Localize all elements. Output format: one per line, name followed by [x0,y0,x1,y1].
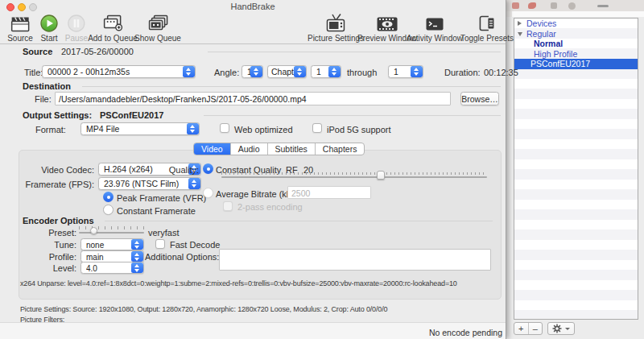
quality-slider-thumb[interactable] [377,171,385,180]
toolbar-label: Add to Queue [88,34,138,43]
picture-settings-button[interactable]: Picture Settings [308,13,364,43]
quality-slider-track[interactable] [221,176,487,178]
window-title: HandBrake [0,2,506,11]
browse-button[interactable]: Browse… [460,92,499,105]
preset-item-devices[interactable]: Devices [514,19,638,29]
quality-slider-ticks [221,172,487,175]
preset-item-label: PSConfEU2017 [530,59,590,68]
preset-add-remove-buttons: + – [514,322,543,335]
additional-options-input[interactable] [219,249,491,271]
presets-drawer: DevicesRegularNormalHigh ProfilePSConfEU… [506,17,644,339]
toggle-presets-button[interactable]: Toggle Presets [460,13,514,43]
add-to-queue-button[interactable]: Add to Queue [88,13,138,43]
source-button[interactable]: Source [7,13,33,43]
clapperboard-icon [7,13,33,33]
constant-framerate-label: Constant Framerate [117,206,196,216]
activity-window-button[interactable]: Activity Window [407,13,463,43]
chapter-end-value: 1 [394,67,411,77]
stepper-icon [131,263,143,273]
preset-slider-track[interactable] [79,232,144,234]
peak-framerate-label: Peak Framerate (VFR) [117,193,206,203]
preset-item-psconfeu2017[interactable]: PSConfEU2017 [514,59,638,69]
constant-quality-radio[interactable] [203,163,213,174]
add-to-queue-icon [88,13,138,33]
status-bar: No encode pending [0,322,506,339]
level-select[interactable]: 4.0 [80,262,144,274]
stepper-icon [131,239,143,250]
fast-decode-checkbox[interactable] [155,239,165,249]
tune-select[interactable]: none [80,238,144,250]
preset-item-regular[interactable]: Regular [514,29,638,39]
bitrate-value: 2500 [291,188,310,198]
stepper-icon [188,178,200,189]
tab-video[interactable]: Video [194,143,231,155]
web-optimized-checkbox[interactable] [220,123,229,133]
stepper-icon [411,66,423,77]
pause-button: Pause [65,13,88,43]
additional-options-label: Additional Options: [145,252,216,262]
stepper-icon [131,251,143,262]
chevron-down-icon [565,328,570,330]
x264-unparse-text: x264 Unparse: level=4.0:ref=1:8x8dct=0:w… [20,279,457,287]
encode-status-text: No encode pending [429,328,502,337]
level-label: Level: [16,263,76,273]
profile-select[interactable]: main [80,250,144,263]
show-queue-button[interactable]: Show Queue [134,13,181,43]
peak-framerate-radio[interactable] [103,192,114,202]
angle-select[interactable]: 1 [242,65,263,78]
tab-chapters[interactable]: Chapters [316,143,365,155]
preset-slider-thumb[interactable] [90,227,97,234]
presets-panel-icon [460,13,514,33]
encoder-options-header: Encoder Options [23,216,94,225]
chapter-end-select[interactable]: 1 [388,65,423,78]
background-app-icon [597,5,609,7]
constant-framerate-radio[interactable] [103,205,114,215]
average-bitrate-radio[interactable] [203,188,213,198]
title-select-value: 00000 2 - 00h12m35s [47,67,180,77]
preset-item-normal[interactable]: Normal [514,39,638,49]
background-app-icon [528,2,536,9]
show-queue-icon [134,13,181,33]
preset-item-label: Normal [534,39,563,48]
preset-slider-ticks [79,226,144,229]
preset-list[interactable]: DevicesRegularNormalHigh ProfilePSConfEU… [514,18,638,320]
picture-settings-summary: Picture Settings: Source: 1920x1080, Out… [20,305,387,313]
format-label: Format: [35,125,66,134]
framerate-select[interactable]: 23.976 (NTSC Film) [98,177,201,190]
toolbar-label: Toggle Presets [460,34,514,43]
disclosure-down-icon[interactable] [518,32,522,36]
tune-label: Tune: [16,240,76,250]
angle-label: Angle: [214,68,239,77]
two-pass-checkbox [223,201,233,211]
tab-bar: Video Audio Subtitles Chapters [193,143,365,155]
output-settings-header: Output Settings: [23,110,92,120]
preset-item-label: Devices [526,19,556,28]
title-select[interactable]: 00000 2 - 00h12m35s [42,65,196,78]
tab-audio[interactable]: Audio [231,143,268,155]
tab-subtitles[interactable]: Subtitles [268,143,316,155]
ipod-5g-checkbox[interactable] [312,123,322,133]
chapters-mode-value: Chapters [271,67,294,77]
duration-label: Duration: [444,68,481,77]
add-preset-button[interactable]: + [514,323,529,334]
chapter-start-select[interactable]: 1 [311,65,341,78]
toolbar-label: Activity Window [407,34,463,43]
file-path-input[interactable]: /Users/amandadebler/Desktop/FrankenJS/20… [55,92,451,105]
bitrate-input: 2500 [287,186,371,199]
main-window: HandBrake Source Start Pause [0,0,506,339]
format-select[interactable]: MP4 File [80,122,200,135]
screenshot-root: DevicesRegularNormalHigh ProfilePSConfEU… [0,0,644,339]
duration-value: 00:12:35 [484,68,518,77]
level-value: 4.0 [86,263,129,274]
preset-item-high-profile[interactable]: High Profile [514,49,638,60]
preset-actions-button[interactable] [547,322,575,335]
disclosure-right-icon[interactable] [518,21,522,26]
through-label: through [347,68,377,77]
chapters-mode-select[interactable]: Chapters [267,65,307,78]
start-button[interactable]: Start [39,13,59,43]
framerate-label: Framerate (FPS): [16,180,94,189]
remove-preset-button[interactable]: – [529,323,543,334]
web-optimized-label: Web optimized [234,125,293,134]
stepper-icon [328,66,341,77]
divider [105,221,493,221]
